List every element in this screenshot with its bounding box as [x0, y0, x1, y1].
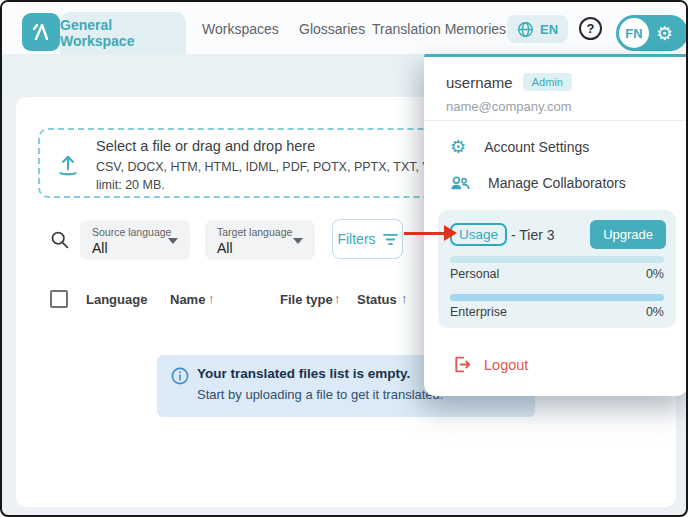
top-nav-bar: General Workspace Workspaces Glossaries …	[2, 2, 686, 54]
globe-icon	[517, 21, 534, 38]
source-language-label: Source language	[92, 226, 171, 238]
filters-button[interactable]: Filters	[332, 219, 403, 259]
menu-item-label: Account Settings	[476, 139, 589, 155]
sort-asc-icon[interactable]: ↑	[208, 291, 215, 306]
user-dropdown-menu: username Admin name@company.com ⚙ Accoun…	[424, 54, 688, 396]
divider	[424, 120, 688, 121]
usage-label-highlighted: Usage	[450, 223, 507, 246]
empty-state-title: Your translated files list is empty.	[197, 366, 410, 381]
source-language-value: All	[92, 240, 108, 256]
menu-item-label: Manage Collaborators	[480, 175, 626, 191]
menu-item-account-settings[interactable]: ⚙ Account Settings	[450, 138, 589, 156]
help-button[interactable]: ?	[579, 17, 602, 40]
annotation-arrow-line	[404, 232, 445, 235]
upload-icon	[55, 152, 81, 178]
target-language-select[interactable]: Target language All	[205, 220, 315, 260]
user-email: name@company.com	[446, 99, 572, 114]
nav-tab-glossaries[interactable]: Glossaries	[299, 21, 365, 37]
role-badge: Admin	[523, 73, 572, 91]
personal-usage-bar	[450, 256, 664, 263]
app-window: General Workspace Workspaces Glossaries …	[0, 0, 688, 517]
language-code: EN	[540, 22, 558, 37]
chevron-down-icon	[293, 238, 303, 244]
search-icon[interactable]	[49, 229, 70, 250]
logout-icon	[452, 355, 471, 374]
select-all-checkbox[interactable]	[50, 290, 68, 308]
nav-tab-workspaces[interactable]: Workspaces	[202, 21, 279, 37]
usage-card: Usage - Tier 3 Upgrade Personal 0% Enter…	[438, 210, 676, 328]
sort-asc-icon[interactable]: ↑	[401, 291, 408, 306]
enterprise-usage-label: Enterprise	[450, 305, 507, 319]
enterprise-usage-bar	[450, 294, 664, 301]
empty-state-subtitle: Start by uploading a file to get it tran…	[197, 387, 443, 402]
dropzone-limit: limit: 20 MB.	[96, 178, 165, 192]
personal-usage-value: 0%	[646, 267, 664, 281]
gear-icon: ⚙	[450, 138, 466, 156]
column-header-name[interactable]: Name	[170, 292, 205, 307]
sort-asc-icon[interactable]: ↑	[139, 291, 146, 306]
settings-gear-icon[interactable]: ⚙	[656, 24, 673, 43]
language-selector[interactable]: EN	[507, 15, 568, 43]
nav-tab-general-workspace[interactable]: General Workspace	[60, 12, 186, 54]
tier-label: - Tier 3	[511, 227, 555, 243]
menu-item-manage-collaborators[interactable]: Manage Collaborators	[450, 175, 626, 191]
lambda-logo-icon	[29, 20, 53, 44]
avatar: FN	[619, 18, 649, 48]
column-header-status[interactable]: Status	[357, 292, 397, 307]
help-glyph: ?	[587, 21, 595, 36]
brand-logo[interactable]	[22, 13, 60, 51]
enterprise-usage-value: 0%	[646, 305, 664, 319]
avatar-initials: FN	[625, 26, 642, 41]
filters-button-label: Filters	[337, 231, 375, 247]
logout-button[interactable]: Logout	[452, 355, 528, 374]
chevron-down-icon	[168, 238, 178, 244]
filter-icon	[383, 233, 398, 246]
target-language-value: All	[217, 240, 233, 256]
column-header-file-type[interactable]: File type	[280, 292, 333, 307]
personal-usage-label: Personal	[450, 267, 499, 281]
logout-label: Logout	[484, 357, 528, 373]
collaborators-icon	[450, 175, 470, 191]
nav-tab-translation-memories[interactable]: Translation Memories	[372, 21, 506, 37]
nav-tab-label: General Workspace	[60, 17, 186, 49]
username: username	[446, 74, 513, 91]
sort-asc-icon[interactable]: ↑	[334, 291, 341, 306]
target-language-label: Target language	[217, 226, 292, 238]
upgrade-button[interactable]: Upgrade	[590, 220, 666, 249]
source-language-select[interactable]: Source language All	[80, 220, 190, 260]
user-menu-button[interactable]: FN ⚙	[616, 15, 688, 51]
info-icon	[171, 367, 189, 385]
annotation-arrow-head	[444, 225, 457, 241]
dropzone-title: Select a file or drag and drop here	[96, 138, 315, 154]
